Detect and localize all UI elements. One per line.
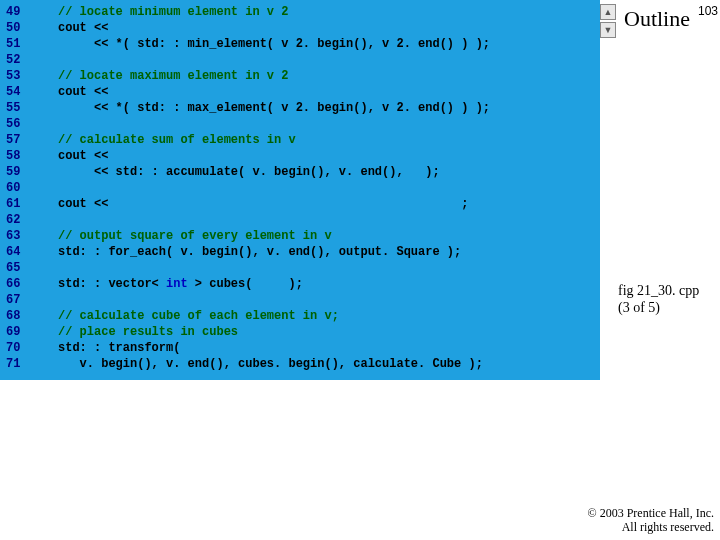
line-number: 57 [0, 132, 38, 148]
code-text: cout << [38, 20, 600, 36]
fig-label: fig 21_30. cpp (3 of 5) [618, 282, 699, 316]
code-text: << *( std: : max_element( v 2. begin(), … [38, 100, 600, 116]
code-text: // output square of every element in v [38, 228, 600, 244]
line-number: 56 [0, 116, 38, 132]
code-line: 51 << *( std: : min_element( v 2. begin(… [0, 36, 600, 52]
code-line: 49// locate minimum element in v 2 [0, 4, 600, 20]
code-line: 55 << *( std: : max_element( v 2. begin(… [0, 100, 600, 116]
code-text: // locate maximum element in v 2 [38, 68, 600, 84]
code-text: cout << [38, 84, 600, 100]
slide-number: 103 [698, 4, 718, 18]
nav-buttons: ▲ ▼ [600, 4, 616, 40]
right-pane: ▲ ▼ Outline 103 fig 21_30. cpp (3 of 5) [600, 0, 720, 540]
slide: 49// locate minimum element in v 250cout… [0, 0, 720, 540]
code-line: 70std: : transform( [0, 340, 600, 356]
code-text: << *( std: : min_element( v 2. begin(), … [38, 36, 600, 52]
code-line: 71 v. begin(), v. end(), cubes. begin(),… [0, 356, 600, 372]
nav-down-button[interactable]: ▼ [600, 22, 616, 38]
line-number: 51 [0, 36, 38, 52]
code-text: std: : transform( [38, 340, 600, 356]
code-text: // locate minimum element in v 2 [38, 4, 600, 20]
code-line: 66std: : vector< int > cubes( ); [0, 276, 600, 292]
outline-title: Outline [624, 6, 690, 32]
line-number: 62 [0, 212, 38, 228]
code-text: std: : vector< int > cubes( ); [38, 276, 600, 292]
copyright-line1: © 2003 Prentice Hall, Inc. [588, 506, 714, 520]
code-text [38, 180, 600, 196]
code-text: cout << [38, 148, 600, 164]
line-number: 63 [0, 228, 38, 244]
code-text: std: : for_each( v. begin(), v. end(), o… [38, 244, 600, 260]
line-number: 67 [0, 292, 38, 308]
code-text [38, 212, 600, 228]
code-text [38, 292, 600, 308]
code-text: cout << ; [38, 196, 600, 212]
line-number: 60 [0, 180, 38, 196]
code-line: 56 [0, 116, 600, 132]
code-text: << std: : accumulate( v. begin(), v. end… [38, 164, 600, 180]
nav-up-button[interactable]: ▲ [600, 4, 616, 20]
code-line: 65 [0, 260, 600, 276]
code-line: 52 [0, 52, 600, 68]
code-text: // calculate sum of elements in v [38, 132, 600, 148]
copyright: © 2003 Prentice Hall, Inc. All rights re… [588, 506, 714, 534]
code-line: 69// place results in cubes [0, 324, 600, 340]
code-line: 68// calculate cube of each element in v… [0, 308, 600, 324]
line-number: 52 [0, 52, 38, 68]
line-number: 70 [0, 340, 38, 356]
line-number: 66 [0, 276, 38, 292]
code-line: 53// locate maximum element in v 2 [0, 68, 600, 84]
code-area: 49// locate minimum element in v 250cout… [0, 0, 600, 380]
line-number: 55 [0, 100, 38, 116]
line-number: 61 [0, 196, 38, 212]
code-text: // place results in cubes [38, 324, 600, 340]
code-line: 63// output square of every element in v [0, 228, 600, 244]
code-line: 54cout << [0, 84, 600, 100]
line-number: 69 [0, 324, 38, 340]
line-number: 53 [0, 68, 38, 84]
code-line: 67 [0, 292, 600, 308]
code-line: 50cout << [0, 20, 600, 36]
line-number: 68 [0, 308, 38, 324]
line-number: 58 [0, 148, 38, 164]
code-line: 60 [0, 180, 600, 196]
code-line: 64std: : for_each( v. begin(), v. end(),… [0, 244, 600, 260]
code-text: v. begin(), v. end(), cubes. begin(), ca… [38, 356, 600, 372]
line-number: 50 [0, 20, 38, 36]
line-number: 59 [0, 164, 38, 180]
copyright-line2: All rights reserved. [622, 520, 714, 534]
fig-label-line2: (3 of 5) [618, 300, 660, 315]
code-line: 62 [0, 212, 600, 228]
code-text [38, 260, 600, 276]
line-number: 71 [0, 356, 38, 372]
code-line: 59 << std: : accumulate( v. begin(), v. … [0, 164, 600, 180]
line-number: 49 [0, 4, 38, 20]
code-text: // calculate cube of each element in v; [38, 308, 600, 324]
line-number: 54 [0, 84, 38, 100]
code-line: 58cout << [0, 148, 600, 164]
code-text [38, 52, 600, 68]
fig-label-line1: fig 21_30. cpp [618, 283, 699, 298]
code-line: 57// calculate sum of elements in v [0, 132, 600, 148]
code-text [38, 116, 600, 132]
code-line: 61cout << ; [0, 196, 600, 212]
line-number: 65 [0, 260, 38, 276]
line-number: 64 [0, 244, 38, 260]
